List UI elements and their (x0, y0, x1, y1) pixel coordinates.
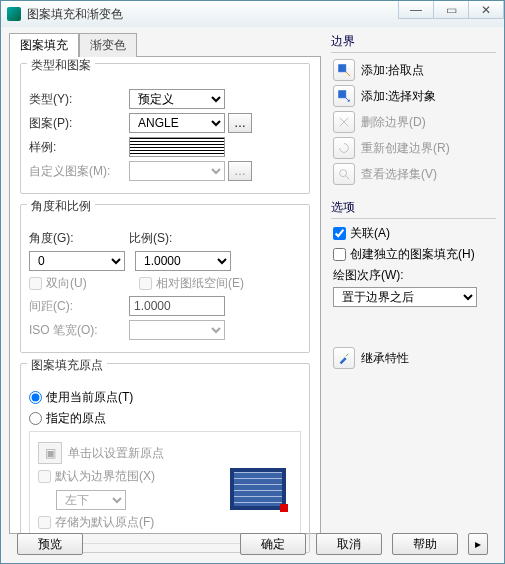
delete-boundary-button (333, 111, 355, 133)
label-draw-order: 绘图次序(W): (333, 267, 496, 284)
label-angle: 角度(G): (29, 230, 129, 247)
svg-rect-0 (339, 65, 346, 72)
radio-specified[interactable]: 指定的原点 (29, 410, 106, 427)
select-pattern[interactable]: ANGLE (129, 113, 225, 133)
input-spacing (129, 296, 225, 316)
group-type-pattern: 类型和图案 类型(Y): 预定义 图案(P): ANGLE … 样例: (20, 63, 310, 194)
group-boundary: 边界 添加:拾取点 添加:选择对象 删除边界(D) 重新创建边界(R) 查看选择… (331, 33, 496, 185)
ok-button[interactable]: 确定 (240, 533, 306, 555)
add-select-objects-button[interactable] (333, 85, 355, 107)
inherit-properties-button[interactable] (333, 347, 355, 369)
hatch-preview-icon (230, 468, 286, 510)
pattern-browse-button[interactable]: … (228, 113, 252, 133)
preview-button[interactable]: 预览 (17, 533, 83, 555)
check-assoc[interactable]: 关联(A) (333, 225, 390, 242)
select-custom-pattern (129, 161, 225, 181)
label-iso-pen: ISO 笔宽(O): (29, 322, 129, 339)
label-add-pick: 添加:拾取点 (361, 62, 424, 79)
set-new-origin-button: ▣ (38, 442, 62, 464)
check-store-default: 存储为默认原点(F) (38, 514, 154, 531)
select-angle[interactable]: 0 (29, 251, 125, 271)
custom-browse-button: … (228, 161, 252, 181)
label-add-select: 添加:选择对象 (361, 88, 436, 105)
radio-use-current[interactable]: 使用当前原点(T) (29, 389, 133, 406)
select-origin-pos: 左下 (56, 490, 126, 510)
view-selection-button (333, 163, 355, 185)
select-type[interactable]: 预定义 (129, 89, 225, 109)
tab-gradient[interactable]: 渐变色 (79, 33, 137, 57)
check-bidir: 双向(U) (29, 275, 139, 292)
label-click-new-origin: 单击以设置新原点 (68, 445, 164, 462)
label-sample: 样例: (29, 139, 129, 156)
check-default-boundary: 默认为边界范围(X) (38, 468, 155, 485)
add-pick-points-button[interactable] (333, 59, 355, 81)
select-draw-order[interactable]: 置于边界之后 (333, 287, 477, 307)
select-iso-pen (129, 320, 225, 340)
sample-swatch[interactable] (129, 137, 225, 157)
expand-button[interactable]: ▸ (468, 533, 488, 555)
group-origin: 图案填充原点 使用当前原点(T) 指定的原点 ▣ 单击以设置新原点 默认为边界范… (20, 363, 310, 553)
svg-point-2 (340, 170, 347, 177)
maximize-button[interactable]: ▭ (433, 1, 469, 19)
label-delete-boundary: 删除边界(D) (361, 114, 426, 131)
minimize-button[interactable]: — (398, 1, 434, 19)
help-button[interactable]: 帮助 (392, 533, 458, 555)
app-icon (7, 7, 21, 21)
tab-fill[interactable]: 图案填充 (9, 33, 79, 57)
cancel-button[interactable]: 取消 (316, 533, 382, 555)
label-recreate-boundary: 重新创建边界(R) (361, 140, 450, 157)
legend-angle-scale: 角度和比例 (27, 198, 95, 215)
close-button[interactable]: ✕ (468, 1, 504, 19)
label-spacing: 间距(C): (29, 298, 129, 315)
svg-rect-1 (339, 91, 346, 98)
label-inherit: 继承特性 (361, 350, 409, 367)
legend-type-pattern: 类型和图案 (27, 57, 95, 74)
label-type: 类型(Y): (29, 91, 129, 108)
select-scale[interactable]: 1.0000 (135, 251, 231, 271)
check-paper-space: 相对图纸空间(E) (139, 275, 244, 292)
label-custom-pattern: 自定义图案(M): (29, 163, 129, 180)
group-options: 选项 关联(A) 创建独立的图案填充(H) 绘图次序(W): 置于边界之后 (331, 199, 496, 307)
label-scale: 比例(S): (129, 230, 229, 247)
legend-origin: 图案填充原点 (27, 357, 107, 374)
legend-boundary: 边界 (331, 33, 496, 53)
label-pattern: 图案(P): (29, 115, 129, 132)
legend-options: 选项 (331, 199, 496, 219)
recreate-boundary-button (333, 137, 355, 159)
label-view-selection: 查看选择集(V) (361, 166, 437, 183)
check-independent[interactable]: 创建独立的图案填充(H) (333, 246, 475, 263)
group-angle-scale: 角度和比例 角度(G): 比例(S): 0 1.0000 双向(U) 相对图纸空… (20, 204, 310, 353)
